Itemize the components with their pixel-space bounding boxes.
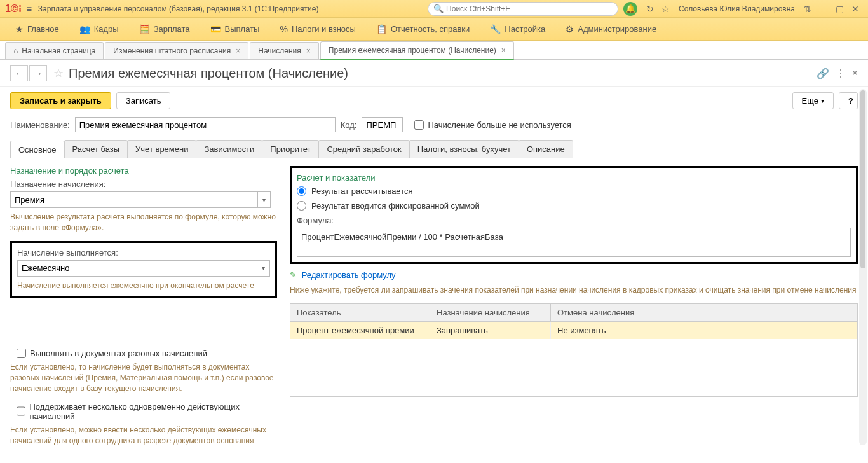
edit-formula-link[interactable]: Редактировать формулу xyxy=(302,270,396,280)
close-icon[interactable]: × xyxy=(306,46,311,55)
code-label: Код: xyxy=(341,120,357,130)
purpose-input[interactable] xyxy=(11,192,257,207)
purpose-label: Назначение начисления: xyxy=(10,179,277,189)
menu-nalogi[interactable]: %Налоги и взносы xyxy=(269,18,366,40)
name-input[interactable] xyxy=(75,117,336,132)
radio-fixed[interactable] xyxy=(297,201,306,211)
cb1-label: Выполнять в документах разовых начислени… xyxy=(30,349,207,358)
gear-icon: ⚙ xyxy=(566,24,574,34)
indicators-grid: Показатель Назначение начисления Отмена … xyxy=(290,303,858,397)
grid-row[interactable]: Процент ежемесячной премии Запрашивать Н… xyxy=(290,322,857,339)
tab-uchet-vremeni[interactable]: Учет времени xyxy=(127,140,196,158)
search-input[interactable] xyxy=(446,4,613,13)
header-fields: Наименование: Код: Начисление больше не … xyxy=(0,114,868,135)
scrollbar-thumb[interactable] xyxy=(860,90,865,268)
tab-accruals[interactable]: Начисления× xyxy=(250,42,319,59)
chevron-down-icon[interactable]: ▾ xyxy=(257,192,270,207)
doc-icon: 📋 xyxy=(376,24,387,34)
formula-label: Формула: xyxy=(297,216,851,225)
section-purpose-title: Назначение и порядок расчета xyxy=(10,166,277,176)
close-icon[interactable]: × xyxy=(236,46,240,55)
chevron-down-icon[interactable]: ▾ xyxy=(257,261,269,276)
save-close-button[interactable]: Записать и закрыть xyxy=(10,92,111,109)
scrollbar[interactable] xyxy=(859,89,867,445)
menu-otchet[interactable]: 📋Отчетность, справки xyxy=(366,18,480,40)
username: Соловьева Юлия Владимировна xyxy=(679,4,795,13)
tab-sredniy[interactable]: Средний заработок xyxy=(318,140,409,158)
history-icon[interactable]: ↻ xyxy=(646,4,654,14)
exec-input[interactable] xyxy=(18,261,257,276)
notifications-icon[interactable]: 🔔 xyxy=(623,2,637,16)
tab-zavisimosti[interactable]: Зависимости xyxy=(196,140,262,158)
cb2-help: Если установлено, можно ввести несколько… xyxy=(10,425,277,446)
link-icon[interactable]: 🔗 xyxy=(817,67,829,79)
col-assign[interactable]: Назначение начисления xyxy=(430,304,551,321)
exec-select[interactable]: ▾ xyxy=(17,260,270,277)
grid-empty xyxy=(290,339,857,396)
search-icon: 🔍 xyxy=(433,4,444,13)
tab-opisanie[interactable]: Описание xyxy=(519,140,573,158)
more-button[interactable]: Еще xyxy=(792,92,834,109)
close-page-icon[interactable]: × xyxy=(852,67,858,79)
exec-help: Начисление выполняется ежемесячно при ок… xyxy=(17,280,270,291)
save-button[interactable]: Записать xyxy=(116,92,171,109)
cb1-help: Если установлено, то начисление будет вы… xyxy=(10,362,277,394)
col-indicator[interactable]: Показатель xyxy=(290,304,430,321)
radio-calculated[interactable] xyxy=(297,186,306,196)
calc-icon: 🧮 xyxy=(139,24,150,34)
wrench-icon: 🔧 xyxy=(490,24,501,34)
minimize-icon[interactable]: — xyxy=(819,4,828,14)
global-search[interactable]: 🔍 xyxy=(428,2,618,16)
grid-help: Ниже укажите, требуется ли запрашивать з… xyxy=(290,285,858,296)
kebab-icon[interactable]: ⋮ xyxy=(836,67,846,79)
home-icon: ⌂ xyxy=(13,46,18,55)
hamburger-icon[interactable]: ≡ xyxy=(27,4,32,14)
menu-vyplaty[interactable]: 💳Выплаты xyxy=(200,18,270,40)
menu-kadry[interactable]: 👥Кадры xyxy=(69,18,129,40)
tab-nalogi[interactable]: Налоги, взносы, бухучет xyxy=(409,140,519,158)
logo-1c: 1©⁝ xyxy=(5,3,22,15)
tab-home[interactable]: ⌂Начальная страница xyxy=(5,42,104,59)
exec-label: Начисление выполняется: xyxy=(17,248,270,258)
pencil-icon: ✎ xyxy=(290,270,297,280)
titlebar: 1©⁝ ≡ Зарплата и управление персоналом (… xyxy=(0,0,868,18)
right-column: Расчет и показатели Результат рассчитыва… xyxy=(290,166,858,453)
cb2-label: Поддерживает несколько одновременно дейс… xyxy=(29,402,277,421)
tab-prioritet[interactable]: Приоритет xyxy=(262,140,319,158)
grid-header: Показатель Назначение начисления Отмена … xyxy=(290,304,857,322)
menu-nastroyka[interactable]: 🔧Настройка xyxy=(480,18,555,40)
tab-osnovnoe[interactable]: Основное xyxy=(10,141,65,158)
nav-back-button[interactable]: ← xyxy=(10,65,28,81)
page-favorite-icon[interactable]: ☆ xyxy=(53,66,64,80)
tabbar: ⌂Начальная страница Изменения штатного р… xyxy=(0,41,868,60)
radio2-label: Результат вводится фиксированной суммой xyxy=(311,201,480,211)
close-window-icon[interactable]: ✕ xyxy=(851,4,859,14)
formula-box[interactable]: ПроцентЕжемесячнойПремии / 100 * Расчетн… xyxy=(297,228,851,257)
nav-forward-button[interactable]: → xyxy=(29,65,47,81)
left-column: Назначение и порядок расчета Назначение … xyxy=(10,166,277,453)
unused-checkbox[interactable] xyxy=(414,120,424,130)
close-icon[interactable]: × xyxy=(501,46,506,55)
toolbar: Записать и закрыть Записать Еще ? xyxy=(0,87,868,114)
help-button[interactable]: ? xyxy=(839,92,858,109)
app-title: Зарплата и управление персоналом (базова… xyxy=(38,4,319,13)
menu-main[interactable]: ★Главное xyxy=(5,18,69,40)
menubar: ★Главное 👥Кадры 🧮Зарплата 💳Выплаты %Нало… xyxy=(0,18,868,41)
menu-admin[interactable]: ⚙Администрирование xyxy=(555,18,667,40)
radio1-label: Результат рассчитывается xyxy=(311,186,413,196)
cb-multiple[interactable] xyxy=(17,406,25,416)
cb-single-docs[interactable] xyxy=(17,349,26,358)
filter-icon[interactable]: ⇅ xyxy=(804,4,811,14)
maximize-icon[interactable]: ▢ xyxy=(836,4,844,14)
tab-raschet-bazy[interactable]: Расчет базы xyxy=(64,140,128,158)
percent-icon: % xyxy=(280,24,287,34)
unused-label: Начисление больше не используется xyxy=(428,120,571,130)
name-label: Наименование: xyxy=(10,120,70,130)
col-cancel[interactable]: Отмена начисления xyxy=(551,304,857,321)
favorite-icon[interactable]: ☆ xyxy=(661,4,670,14)
tab-staff-changes[interactable]: Изменения штатного расписания× xyxy=(105,42,248,59)
purpose-select[interactable]: ▾ xyxy=(10,191,271,208)
tab-premium[interactable]: Премия ежемесячная процентом (Начисление… xyxy=(320,41,514,60)
code-input[interactable] xyxy=(362,117,403,132)
menu-zarplata[interactable]: 🧮Зарплата xyxy=(129,18,200,40)
